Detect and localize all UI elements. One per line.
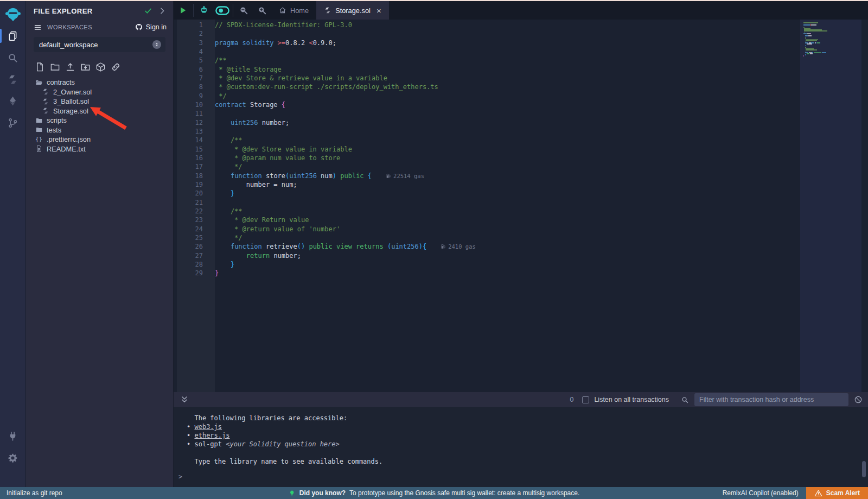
tab-home[interactable]: Home [271,1,316,20]
line-number: 2 [174,29,215,38]
run-script-button[interactable] [174,1,192,20]
code-content: 1// SPDX-License-Identifier: GPL-3.023pr… [174,21,800,278]
terminal-output: The following libraries are accessible:•… [174,407,868,466]
line-number: 4 [174,47,215,56]
rail-item-plugin-manager[interactable] [0,425,26,447]
line-number: 29 [174,269,215,277]
tree-item-contracts[interactable]: contracts [26,78,173,87]
code-editor[interactable]: 1// SPDX-License-Identifier: GPL-3.023pr… [174,20,868,392]
tree-item-label: contracts [47,78,75,86]
close-tab-icon[interactable]: × [376,7,381,15]
tree-item-2-owner-sol[interactable]: 2_Owner.sol [26,87,173,97]
rail-item-settings[interactable] [0,447,26,469]
tree-item-scripts[interactable]: scripts [26,116,173,125]
code-line: 17 */ [174,162,800,171]
upload-file-icon[interactable] [65,62,75,72]
status-bar: Initialize as git repo Did you know? To … [0,487,868,499]
home-tab-label: Home [290,7,309,15]
play-icon [178,5,188,15]
line-number: 1 [174,21,215,29]
terminal-search-icon[interactable] [681,396,689,404]
line-number: 12 [174,118,215,127]
code-line: 5/** [174,56,800,65]
rail-item-search[interactable] [0,47,26,68]
line-number: 9 [174,92,215,100]
minimap[interactable] [800,20,861,392]
line-number: 15 [174,145,215,154]
collapse-panel-chevron-icon[interactable] [158,7,167,15]
scam-alert-button[interactable]: Scam Alert [806,487,868,499]
lightbulb-icon [289,490,296,497]
tree-item-readme-txt[interactable]: README.txt [26,144,173,154]
library-link[interactable]: web3.js [194,423,222,431]
search-icon [7,52,18,64]
line-number: 17 [174,162,215,171]
line-number: 25 [174,233,215,242]
tree-item-label: README.txt [47,145,86,153]
init-git-repo-button[interactable]: Initialize as git repo [7,489,62,497]
copilot-toggle[interactable] [213,1,232,20]
rail-item-git[interactable] [0,112,26,134]
new-file-icon[interactable] [35,62,45,72]
code-line: 9 */ [174,92,800,100]
rail-item-solidity-compiler[interactable] [0,68,26,90]
tree-item-label: scripts [47,116,67,124]
code-line: 10contract Storage { [174,100,800,109]
clear-console-icon[interactable] [854,395,863,404]
new-folder-icon[interactable] [50,62,60,72]
line-number: 11 [174,109,215,118]
workspace-select[interactable]: default_workspace [34,37,165,52]
copilot-status[interactable]: RemixAI Copilot (enabled) [723,489,799,497]
tree-item-label: tests [47,126,61,134]
ai-copilot-robot-button[interactable] [195,1,213,20]
listen-all-transactions-checkbox[interactable] [582,396,589,403]
remix-ide-window: FILE EXPLORER WORKSPACES Sign in default… [0,0,868,499]
code-line: 27 return number; [174,251,800,260]
line-number: 14 [174,136,215,144]
code-line: 24 * @return value of 'number' [174,225,800,233]
github-sign-in-button[interactable]: Sign in [135,23,167,31]
gas-pump-icon [386,173,391,179]
line-number: 21 [174,198,215,207]
expand-terminal-icon[interactable] [180,395,189,404]
terminal-line: • ethers.js [187,431,868,440]
line-number: 8 [174,83,215,91]
transaction-filter-input[interactable] [694,393,848,406]
cube-icon[interactable] [95,62,106,72]
terminal-line: The following libraries are accessible: [187,414,868,422]
upload-folder-icon[interactable] [80,62,91,72]
folder-icon [35,116,43,124]
gas-estimate-annotation: 2410 gas [441,242,476,251]
tree-item-3-ballot-sol[interactable]: 3_Ballot.sol [26,97,173,106]
tree-item--prettierrc-json[interactable]: {}.prettierrc.json [26,135,173,144]
terminal-scrollbar-thumb[interactable] [862,461,866,477]
gear-icon [7,452,18,464]
library-link[interactable]: ethers.js [194,432,229,439]
solidity-file-icon [324,7,331,14]
warning-icon [814,489,822,497]
tree-item-tests[interactable]: tests [26,125,173,135]
code-line: 8 * @custom:dev-run-script ./scripts/dep… [174,83,800,91]
remix-logo-icon[interactable] [4,5,22,25]
terminal[interactable]: The following libraries are accessible:•… [174,407,868,487]
tree-item-storage-sol[interactable]: Storage.sol [26,106,173,116]
zoom-in-icon [257,5,267,15]
code-line: 6 * @title Storage [174,65,800,74]
line-number: 26 [174,242,215,251]
folder-icon [35,126,43,134]
solidity-icon [41,107,49,115]
code-line: 7 * @dev Store & retrieve value in a var… [174,74,800,83]
status-bar-right: RemixAI Copilot (enabled) Scam Alert [723,487,868,499]
workspaces-menu-icon[interactable] [34,23,42,31]
panel-title: FILE EXPLORER [34,7,138,15]
zoom-out-button[interactable] [234,1,253,20]
tab-storage-sol[interactable]: Storage.sol × [316,1,389,20]
link-icon[interactable] [111,62,121,72]
code-line: 11 [174,109,800,118]
rail-item-deploy-run[interactable] [0,90,26,112]
toolbar-divider [233,4,233,17]
terminal-prompt[interactable]: > [174,472,868,481]
zoom-in-button[interactable] [253,1,271,20]
editor-scrollbar-track[interactable] [861,20,868,392]
rail-item-file-explorer[interactable] [0,25,26,47]
